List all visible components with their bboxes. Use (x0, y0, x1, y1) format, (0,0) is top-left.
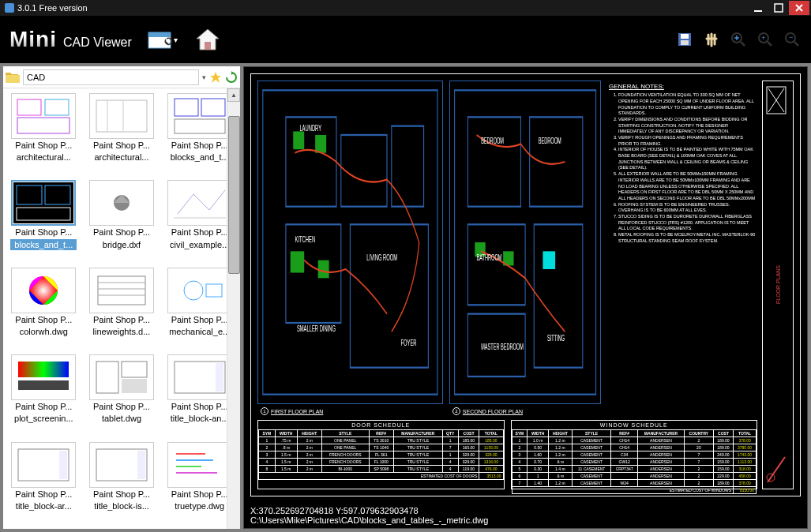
svg-text:LAUNDRY: LAUNDRY (299, 123, 321, 133)
scroll-up-button[interactable]: ▲ (227, 88, 240, 102)
cursor-coordinates: X:370.252692704818 Y:597.079632903478 (250, 506, 801, 515)
svg-text:SMALLER DINING: SMALLER DINING (297, 324, 336, 334)
svg-rect-1 (775, 4, 783, 12)
maximize-button[interactable] (768, 1, 789, 15)
svg-text:+: + (761, 34, 765, 42)
zoom-out-button[interactable]: − (783, 30, 802, 49)
svg-rect-4 (205, 42, 211, 50)
thumb-type-label: Paint Shop P... (10, 489, 77, 500)
app-window: 3.0.1 Free version Mini CAD Viewer ▾ (0, 0, 811, 532)
thumbnail-item[interactable]: Paint Shop P... colorwh.dwg (6, 268, 81, 350)
thumb-type-label: Paint Shop P... (88, 227, 155, 238)
thumbnail-item[interactable]: Paint Shop P... blocks_and_t... (6, 180, 81, 262)
thumbnail-item[interactable]: Paint Shop P... truetype.dwg (162, 442, 237, 524)
app-icon (5, 3, 14, 13)
thumb-filename: title_block-ar... (10, 500, 77, 511)
thumb-filename: truetype.dwg (167, 500, 233, 511)
thumbnail-item[interactable]: Paint Shop P... lineweights.d... (84, 268, 160, 350)
dropdown-icon[interactable]: ▾ (202, 73, 206, 81)
drawing-viewer[interactable]: LAUNDRY LIVING ROOM SMALLER DINING FOYER… (243, 66, 808, 529)
scroll-thumb[interactable] (228, 116, 240, 274)
svg-rect-57 (59, 451, 67, 479)
app-logo: Mini CAD Viewer (9, 27, 132, 52)
favorite-icon[interactable] (209, 71, 222, 84)
svg-rect-82 (467, 117, 520, 206)
thumb-type-label: Paint Shop P... (167, 401, 233, 412)
zoom-extents-button[interactable] (729, 30, 748, 49)
thumb-type-label: Paint Shop P... (167, 314, 233, 325)
thumb-filename: plot_screenin... (10, 413, 77, 424)
svg-rect-83 (530, 117, 583, 206)
thumbnail-item[interactable]: Paint Shop P... title_block-is... (84, 442, 160, 524)
thumbnail-item[interactable]: Paint Shop P... title_block-an... (162, 354, 237, 436)
content-area: ▾ Paint Shop P... architectural... Paint… (0, 63, 811, 532)
thumbnail-item[interactable]: Paint Shop P... bridge.dxf (84, 180, 160, 262)
thumb-type-label: Paint Shop P... (88, 314, 155, 325)
svg-rect-46 (18, 362, 69, 377)
thumbnail-item[interactable]: Paint Shop P... blocks_and_t... (162, 93, 237, 175)
general-notes: GENERAL NOTES: FOUNDATION VENTILATION EQ… (607, 81, 757, 404)
thumbnail-item[interactable]: Paint Shop P... plot_screenin... (6, 354, 81, 436)
thumbnail-item[interactable]: Paint Shop P... tablet.dwg (84, 354, 160, 436)
thumb-filename: blocks_and_t... (10, 239, 77, 250)
title-block: FLOOR PLANS (762, 81, 794, 489)
svg-rect-61 (170, 444, 230, 485)
thumb-type-label: Paint Shop P... (10, 401, 77, 412)
svg-text:SITTING: SITTING (547, 333, 565, 343)
zoom-in-button[interactable]: + (756, 30, 775, 49)
thumb-type-label: Paint Shop P... (88, 401, 155, 412)
drawing-canvas[interactable]: LAUNDRY LIVING ROOM SMALLER DINING FOYER… (244, 67, 807, 503)
close-button[interactable] (789, 1, 809, 15)
plan-2-label: 2SECOND FLOOR PLAN (452, 407, 523, 415)
thumb-type-label: Paint Shop P... (10, 140, 77, 151)
thumbnail-item[interactable]: Paint Shop P... mechanical_e... (162, 268, 237, 350)
thumbnail-item[interactable]: Paint Shop P... architectural... (6, 93, 81, 175)
svg-rect-60 (137, 451, 145, 479)
thumb-type-label: Paint Shop P... (10, 314, 77, 325)
svg-rect-54 (216, 363, 223, 392)
svg-rect-75 (318, 260, 329, 279)
svg-rect-71 (350, 224, 428, 367)
svg-rect-3 (148, 32, 171, 37)
thumbnail-item[interactable]: Paint Shop P... title_block-ar... (6, 442, 81, 524)
svg-rect-85 (534, 224, 583, 367)
svg-rect-73 (315, 135, 326, 153)
svg-text:BATHROOM: BATHROOM (476, 253, 501, 263)
svg-text:BEDROOM: BEDROOM (539, 136, 561, 146)
thumbnail-item[interactable]: Paint Shop P... architectural... (84, 93, 160, 175)
door-schedule-table: DOOR SCHEDULE SYMWIDTHHEIGHTSTYLEREF#MAN… (257, 420, 505, 489)
minimize-button[interactable] (748, 1, 768, 15)
thumb-filename: architectural... (10, 152, 77, 163)
svg-rect-7 (681, 40, 689, 45)
svg-text:−: − (789, 33, 793, 41)
home-button[interactable] (192, 24, 223, 55)
svg-text:MASTER BEDROOM: MASTER BEDROOM (481, 342, 524, 352)
plan-1-label: 1FIRST FLOOR PLAN (261, 407, 323, 415)
svg-rect-89 (543, 251, 555, 269)
thumb-type-label: Paint Shop P... (88, 140, 155, 151)
thumbnails-container: Paint Shop P... architectural... Paint S… (3, 88, 240, 529)
file-browser-button[interactable]: ▾ (146, 24, 178, 55)
svg-rect-47 (18, 380, 69, 390)
thumb-type-label: Paint Shop P... (167, 489, 233, 500)
file-path: C:\Users\Mike\Pictures\CAD\blocks_and_ta… (250, 515, 801, 525)
folder-path-input[interactable] (23, 69, 199, 85)
save-button[interactable] (675, 30, 694, 49)
titlebar[interactable]: 3.0.1 Free version (0, 0, 811, 16)
file-browser-panel: ▾ Paint Shop P... architectural... Paint… (3, 66, 240, 529)
svg-text:KITCHEN: KITCHEN (295, 234, 316, 245)
pan-button[interactable] (702, 30, 721, 49)
svg-rect-51 (122, 379, 147, 393)
refresh-icon[interactable] (225, 71, 238, 84)
thumb-filename: mechanical_e... (167, 326, 233, 337)
scrollbar[interactable]: ▲ (227, 88, 240, 529)
svg-text:BEDROOM: BEDROOM (481, 136, 504, 146)
thumbnail-item[interactable]: Paint Shop P... civil_example... (162, 180, 237, 262)
folder-icon (6, 72, 20, 83)
thumb-filename: title_block-an... (167, 413, 233, 424)
thumb-filename: lineweights.d... (88, 326, 155, 337)
window-title: 3.0.1 Free version (17, 3, 88, 13)
thumb-filename: bridge.dxf (88, 239, 155, 250)
header-toolbar: Mini CAD Viewer ▾ + (0, 16, 811, 63)
svg-rect-84 (467, 224, 525, 305)
